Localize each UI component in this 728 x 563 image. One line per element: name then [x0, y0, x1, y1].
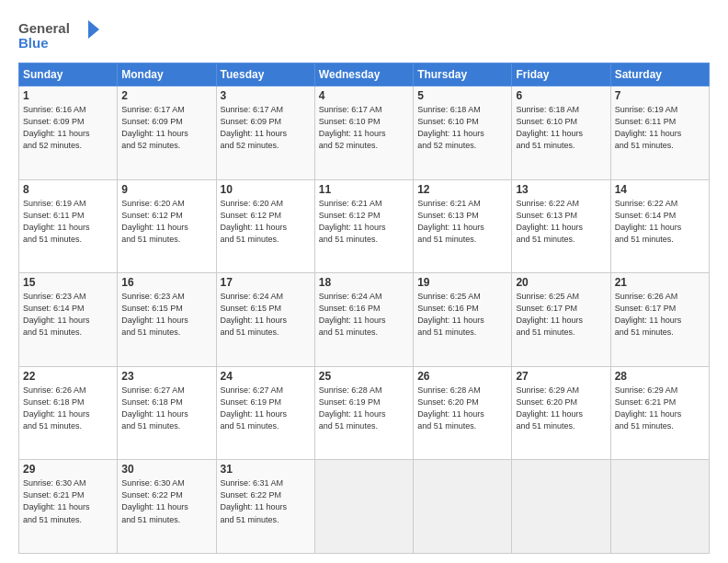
day-info: Sunrise: 6:19 AM Sunset: 6:11 PM Dayligh…	[615, 104, 705, 152]
day-info: Sunrise: 6:22 AM Sunset: 6:13 PM Dayligh…	[516, 198, 606, 246]
calendar-cell: 31Sunrise: 6:31 AM Sunset: 6:22 PM Dayli…	[216, 460, 314, 554]
calendar-table: SundayMondayTuesdayWednesdayThursdayFrid…	[18, 63, 710, 554]
day-number: 26	[417, 370, 507, 383]
day-info: Sunrise: 6:19 AM Sunset: 6:11 PM Dayligh…	[23, 198, 113, 246]
calendar-cell: 6Sunrise: 6:18 AM Sunset: 6:10 PM Daylig…	[512, 86, 610, 180]
svg-text:Blue: Blue	[18, 35, 49, 51]
week-row-5: 29Sunrise: 6:30 AM Sunset: 6:21 PM Dayli…	[19, 460, 710, 554]
calendar-cell: 28Sunrise: 6:29 AM Sunset: 6:21 PM Dayli…	[610, 366, 709, 460]
weekday-header-monday: Monday	[118, 63, 216, 86]
day-number: 3	[221, 89, 311, 102]
day-info: Sunrise: 6:16 AM Sunset: 6:09 PM Dayligh…	[23, 104, 113, 152]
day-number: 4	[319, 89, 409, 102]
day-info: Sunrise: 6:24 AM Sunset: 6:16 PM Dayligh…	[319, 291, 409, 339]
day-number: 23	[121, 370, 211, 383]
day-info: Sunrise: 6:17 AM Sunset: 6:10 PM Dayligh…	[319, 104, 409, 152]
day-info: Sunrise: 6:17 AM Sunset: 6:09 PM Dayligh…	[221, 104, 311, 152]
day-number: 8	[23, 183, 113, 196]
day-number: 19	[417, 276, 507, 289]
day-number: 11	[319, 183, 409, 196]
calendar-cell: 22Sunrise: 6:26 AM Sunset: 6:18 PM Dayli…	[19, 366, 118, 460]
calendar-cell: 23Sunrise: 6:27 AM Sunset: 6:18 PM Dayli…	[118, 366, 216, 460]
svg-text:General: General	[18, 20, 70, 36]
weekday-header-tuesday: Tuesday	[216, 63, 314, 86]
weekday-header-saturday: Saturday	[610, 63, 709, 86]
day-number: 15	[23, 276, 113, 289]
day-number: 27	[516, 370, 606, 383]
day-number: 6	[516, 89, 606, 102]
day-number: 30	[121, 463, 211, 476]
day-number: 18	[319, 276, 409, 289]
day-number: 10	[221, 183, 311, 196]
day-number: 28	[615, 370, 705, 383]
calendar-cell: 25Sunrise: 6:28 AM Sunset: 6:19 PM Dayli…	[314, 366, 413, 460]
calendar-cell: 18Sunrise: 6:24 AM Sunset: 6:16 PM Dayli…	[314, 273, 413, 367]
calendar-cell	[414, 460, 512, 554]
day-info: Sunrise: 6:27 AM Sunset: 6:18 PM Dayligh…	[121, 385, 211, 432]
calendar-cell: 30Sunrise: 6:30 AM Sunset: 6:22 PM Dayli…	[118, 460, 216, 554]
calendar-cell: 21Sunrise: 6:26 AM Sunset: 6:17 PM Dayli…	[610, 273, 709, 367]
day-number: 20	[516, 276, 606, 289]
logo: General Blue	[18, 17, 101, 53]
day-info: Sunrise: 6:28 AM Sunset: 6:19 PM Dayligh…	[319, 385, 409, 432]
calendar-cell: 5Sunrise: 6:18 AM Sunset: 6:10 PM Daylig…	[414, 86, 512, 180]
calendar-cell: 26Sunrise: 6:28 AM Sunset: 6:20 PM Dayli…	[414, 366, 512, 460]
calendar-cell: 12Sunrise: 6:21 AM Sunset: 6:13 PM Dayli…	[414, 179, 512, 273]
day-info: Sunrise: 6:30 AM Sunset: 6:21 PM Dayligh…	[23, 477, 113, 525]
day-info: Sunrise: 6:23 AM Sunset: 6:14 PM Dayligh…	[23, 291, 113, 339]
day-number: 24	[221, 370, 311, 383]
calendar-cell: 11Sunrise: 6:21 AM Sunset: 6:12 PM Dayli…	[314, 179, 413, 273]
day-info: Sunrise: 6:17 AM Sunset: 6:09 PM Dayligh…	[121, 104, 211, 152]
calendar-cell: 29Sunrise: 6:30 AM Sunset: 6:21 PM Dayli…	[19, 460, 118, 554]
calendar-cell: 10Sunrise: 6:20 AM Sunset: 6:12 PM Dayli…	[216, 179, 314, 273]
day-number: 1	[23, 89, 113, 102]
calendar-cell: 13Sunrise: 6:22 AM Sunset: 6:13 PM Dayli…	[512, 179, 610, 273]
day-info: Sunrise: 6:25 AM Sunset: 6:16 PM Dayligh…	[417, 291, 507, 339]
week-row-3: 15Sunrise: 6:23 AM Sunset: 6:14 PM Dayli…	[19, 273, 710, 367]
day-info: Sunrise: 6:30 AM Sunset: 6:22 PM Dayligh…	[121, 477, 211, 525]
calendar-cell: 15Sunrise: 6:23 AM Sunset: 6:14 PM Dayli…	[19, 273, 118, 367]
day-info: Sunrise: 6:21 AM Sunset: 6:13 PM Dayligh…	[417, 198, 507, 246]
calendar-cell: 9Sunrise: 6:20 AM Sunset: 6:12 PM Daylig…	[118, 179, 216, 273]
weekday-header-friday: Friday	[512, 63, 610, 86]
calendar-cell: 2Sunrise: 6:17 AM Sunset: 6:09 PM Daylig…	[118, 86, 216, 180]
calendar-cell: 27Sunrise: 6:29 AM Sunset: 6:20 PM Dayli…	[512, 366, 610, 460]
calendar-cell: 1Sunrise: 6:16 AM Sunset: 6:09 PM Daylig…	[19, 86, 118, 180]
calendar-cell	[610, 460, 709, 554]
header: General Blue	[18, 17, 710, 53]
day-info: Sunrise: 6:18 AM Sunset: 6:10 PM Dayligh…	[417, 104, 507, 152]
day-info: Sunrise: 6:24 AM Sunset: 6:15 PM Dayligh…	[221, 291, 311, 339]
calendar-cell: 17Sunrise: 6:24 AM Sunset: 6:15 PM Dayli…	[216, 273, 314, 367]
day-number: 31	[221, 463, 311, 476]
weekday-header-thursday: Thursday	[414, 63, 512, 86]
calendar-cell: 14Sunrise: 6:22 AM Sunset: 6:14 PM Dayli…	[610, 179, 709, 273]
day-info: Sunrise: 6:20 AM Sunset: 6:12 PM Dayligh…	[221, 198, 311, 246]
day-number: 16	[121, 276, 211, 289]
calendar-cell: 24Sunrise: 6:27 AM Sunset: 6:19 PM Dayli…	[216, 366, 314, 460]
weekday-header-row: SundayMondayTuesdayWednesdayThursdayFrid…	[19, 63, 710, 86]
day-number: 7	[615, 89, 705, 102]
week-row-1: 1Sunrise: 6:16 AM Sunset: 6:09 PM Daylig…	[19, 86, 710, 180]
day-number: 12	[417, 183, 507, 196]
day-info: Sunrise: 6:26 AM Sunset: 6:18 PM Dayligh…	[23, 385, 113, 432]
day-info: Sunrise: 6:22 AM Sunset: 6:14 PM Dayligh…	[615, 198, 705, 246]
day-number: 2	[121, 89, 211, 102]
calendar-cell: 8Sunrise: 6:19 AM Sunset: 6:11 PM Daylig…	[19, 179, 118, 273]
day-number: 29	[23, 463, 113, 476]
day-info: Sunrise: 6:23 AM Sunset: 6:15 PM Dayligh…	[121, 291, 211, 339]
calendar-cell: 16Sunrise: 6:23 AM Sunset: 6:15 PM Dayli…	[118, 273, 216, 367]
day-info: Sunrise: 6:25 AM Sunset: 6:17 PM Dayligh…	[516, 291, 606, 339]
day-info: Sunrise: 6:26 AM Sunset: 6:17 PM Dayligh…	[615, 291, 705, 339]
calendar-cell: 20Sunrise: 6:25 AM Sunset: 6:17 PM Dayli…	[512, 273, 610, 367]
day-info: Sunrise: 6:18 AM Sunset: 6:10 PM Dayligh…	[516, 104, 606, 152]
calendar-cell: 7Sunrise: 6:19 AM Sunset: 6:11 PM Daylig…	[610, 86, 709, 180]
day-number: 25	[319, 370, 409, 383]
day-number: 21	[615, 276, 705, 289]
week-row-4: 22Sunrise: 6:26 AM Sunset: 6:18 PM Dayli…	[19, 366, 710, 460]
day-info: Sunrise: 6:29 AM Sunset: 6:20 PM Dayligh…	[516, 385, 606, 432]
day-number: 13	[516, 183, 606, 196]
week-row-2: 8Sunrise: 6:19 AM Sunset: 6:11 PM Daylig…	[19, 179, 710, 273]
day-number: 22	[23, 370, 113, 383]
calendar-cell: 3Sunrise: 6:17 AM Sunset: 6:09 PM Daylig…	[216, 86, 314, 180]
page: General Blue SundayMondayTuesdayWednesda…	[0, 0, 728, 563]
